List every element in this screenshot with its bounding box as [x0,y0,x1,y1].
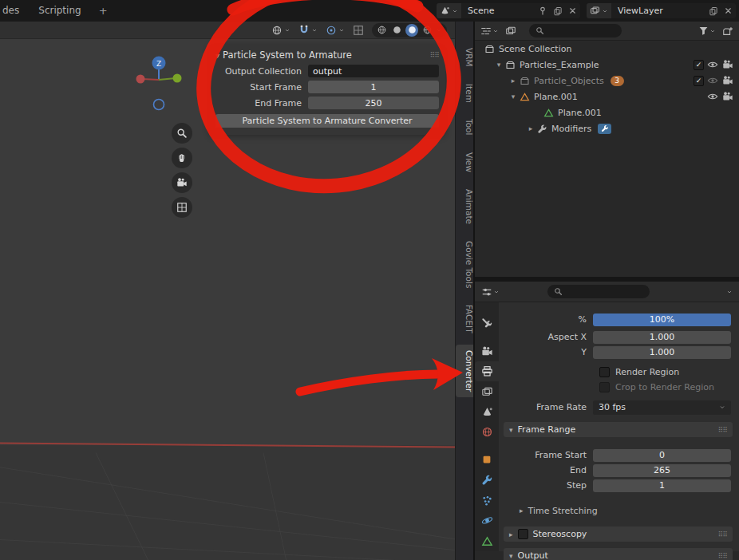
viewport-3d[interactable]: Z ▾ Particle System to Armature ⠿⠿ Outpu… [0,22,473,560]
gizmo-minus-z-axis[interactable] [154,100,164,110]
camera-view-button[interactable] [172,172,192,193]
tab-object[interactable] [475,450,499,470]
stereoscopy-checkbox[interactable] [518,529,528,539]
zoom-button[interactable] [172,123,192,144]
browse-viewlayer-button[interactable] [587,3,611,18]
hide-eye-toggle[interactable] [706,59,719,70]
navigation-gizmo[interactable]: Z [132,53,189,116]
proportional-editing-toggle[interactable] [326,25,345,36]
tab-faceit[interactable]: FACEIT [456,299,473,339]
new-collection-button[interactable] [721,26,735,37]
display-mode-dropdown[interactable] [504,26,518,37]
drag-handle-icon[interactable]: ⠿⠿ [718,426,727,434]
viewlayer-name[interactable]: ViewLayer [611,6,705,16]
shading-rendered-button[interactable] [421,24,433,37]
tab-item[interactable]: Item [456,78,473,108]
frame-range-section-header[interactable]: ▾ Frame Range ⠿⠿ [504,422,733,437]
shading-material-button[interactable] [405,24,418,37]
stereoscopy-section-header[interactable]: ▸ Stereoscopy ⠿⠿ [504,526,733,542]
tab-particles[interactable] [475,491,499,511]
delete-viewlayer-button[interactable] [721,3,736,18]
options-collapse-button[interactable] [725,289,734,295]
disable-render-toggle[interactable] [721,75,734,86]
expand-icon[interactable]: ▾ [508,93,518,101]
new-viewlayer-button[interactable] [705,3,721,18]
outliner-tree: Scene Collection ▾ Particles_Example ✓ ▸… [475,41,739,136]
outliner-search-input[interactable] [529,24,622,37]
output-collection-input[interactable]: output [308,65,439,77]
aspect-x-input[interactable]: 1.000 [593,331,731,344]
start-frame-input[interactable]: 1 [308,81,439,93]
drag-handle-icon[interactable]: ⠿⠿ [718,530,727,538]
expand-icon[interactable]: ▸ [526,124,535,132]
snap-toggle[interactable] [298,25,318,36]
properties-search-input[interactable] [547,285,650,298]
tab-object-data[interactable] [475,531,499,551]
tab-animate[interactable]: Animate [456,183,473,230]
outliner-row-particles-example[interactable]: ▾ Particles_Example ✓ [475,57,739,73]
delete-scene-button[interactable] [565,3,580,18]
checkbox-checked[interactable]: ✓ [694,60,704,70]
pin-scene-button[interactable] [535,3,550,18]
tab-tool[interactable]: Tool [456,113,473,140]
drag-handle-icon[interactable]: ⠿⠿ [718,552,727,560]
editor-type-dropdown[interactable] [480,286,501,298]
checkbox-checked[interactable]: ✓ [694,76,704,86]
gizmo-x-axis[interactable] [136,75,145,84]
outliner-row-plane-object[interactable]: ▾ Plane.001 [475,89,739,105]
tab-view-layer[interactable] [475,381,499,401]
resolution-slider[interactable]: 100% [593,314,731,326]
workspace-tab-scripting[interactable]: Scripting [29,0,90,22]
scene-name[interactable]: Scene [461,6,535,16]
tab-output[interactable] [475,361,499,381]
overlays-toggle[interactable] [353,25,364,36]
frame-rate-dropdown[interactable]: 30 fps [593,400,731,415]
hide-eye-toggle[interactable] [706,75,719,86]
tab-scene[interactable] [475,402,499,422]
output-section-header[interactable]: ▾ Output ⠿⠿ [504,548,733,560]
outliner-row-plane-data[interactable]: Plane.001 [475,105,739,120]
expand-icon[interactable]: ▾ [494,61,504,69]
viewlayer-icon [590,6,600,16]
tab-render[interactable] [475,341,499,361]
ortho-toggle-button[interactable] [172,197,192,218]
new-scene-button[interactable] [550,3,565,18]
tab-tool[interactable] [475,314,499,333]
filter-dropdown[interactable] [697,26,717,36]
frame-start-input[interactable]: 0 [593,449,731,462]
hide-eye-toggle[interactable] [706,91,719,102]
convert-button[interactable]: Particle System to Armature Converter [215,114,439,128]
tab-converter[interactable]: Converter [456,345,473,397]
workspace-tab-partial[interactable]: des [0,0,29,22]
wrench-icon [535,124,548,134]
frame-step-input[interactable]: 1 [593,479,731,492]
add-workspace-button[interactable]: + [91,5,116,17]
tab-vrm[interactable]: VRM [456,42,473,73]
outliner-row-scene-collection[interactable]: Scene Collection [475,41,739,57]
panel-header[interactable]: ▾ Particle System to Armature ⠿⠿ [215,48,439,62]
tab-govie-tools[interactable]: Govie Tools [456,235,473,294]
tab-world[interactable] [475,422,499,442]
end-frame-input[interactable]: 250 [308,97,439,109]
editor-type-dropdown[interactable] [479,26,500,37]
frame-end-input[interactable]: 265 [593,464,731,477]
object-visibility-dropdown[interactable] [271,25,290,36]
outliner-row-modifiers[interactable]: ▸ Modifiers [475,120,739,136]
browse-scene-button[interactable] [437,3,461,18]
disable-render-toggle[interactable] [721,59,734,70]
tab-view[interactable]: View [456,147,473,178]
shading-wireframe-button[interactable] [375,24,388,37]
crop-region-checkbox[interactable]: Crop to Render Region [599,382,714,392]
tab-physics[interactable] [475,511,499,530]
time-stretching-subpanel[interactable]: ▸ Time Stretching [520,503,733,518]
move-view-button[interactable] [172,148,192,168]
disable-render-toggle[interactable] [721,91,734,102]
shading-solid-button[interactable] [390,24,403,37]
drag-handle-icon[interactable]: ⠿⠿ [430,51,439,59]
expand-icon[interactable]: ▸ [508,77,518,85]
aspect-y-input[interactable]: 1.000 [593,346,731,359]
outliner-row-particle-objects[interactable]: ▸ Particle_Objects 3 ✓ [475,73,739,89]
tab-modifiers[interactable] [475,470,499,490]
render-region-checkbox[interactable]: Render Region [599,367,679,377]
gizmo-y-axis[interactable] [173,74,182,83]
